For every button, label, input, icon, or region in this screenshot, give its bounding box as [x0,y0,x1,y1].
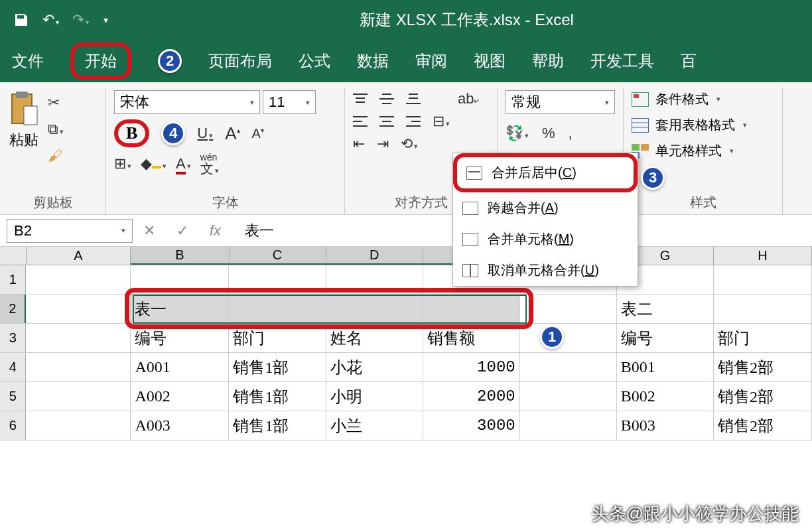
cell-G2[interactable]: 表二 [617,295,714,323]
merge-across-item[interactable]: 跨越合并(A) [453,192,638,224]
merge-center-item[interactable]: 合并后居中(C) [453,153,638,192]
row-5: 5 A002 销售1部 小明 2000 B002 销售2部 [0,382,812,411]
row-6: 6 A003 销售1部 小兰 3000 B003 销售2部 [0,411,812,440]
svg-rect-26 [632,144,640,151]
menu-baidu[interactable]: 百 [681,50,697,72]
undo-icon[interactable]: ↶▾ [42,11,59,29]
format-painter-icon[interactable]: 🖌 [48,147,64,165]
fill-color-icon[interactable]: ◆▾ [141,155,167,172]
copy-icon[interactable]: ⧉▾ [48,121,64,138]
currency-icon[interactable]: 💱▾ [506,125,529,142]
col-header-C[interactable]: C [230,247,326,265]
title-bar: ↶▾ ↷▾ ▾ 新建 XLSX 工作表.xlsx - Excel [0,0,812,40]
merge-dropdown-menu: 合并后居中(C) 跨越合并(A) 合并单元格(M) 取消单元格合并(U) [452,153,638,287]
font-name-select[interactable]: 宋体▾ [114,90,260,114]
increase-font-icon[interactable]: A▴ [225,123,239,144]
font-size-select[interactable]: 11▾ [263,90,316,114]
cond-format-icon [632,92,649,107]
merge-cells-item[interactable]: 合并单元格(M) [453,224,638,255]
phonetic-icon[interactable]: wén文▾ [200,153,219,175]
clipboard-label: 剪贴板 [8,194,98,212]
menu-bar: 文件 开始 2 页面布局 公式 数据 审阅 视图 帮助 开发工具 百 [0,40,812,82]
wrap-text-icon[interactable]: ab↵ [458,90,480,107]
row-header-2[interactable]: 2 [0,295,26,323]
cut-icon[interactable]: ✂ [48,94,64,111]
row-header-1[interactable]: 1 [0,265,26,294]
cancel-icon[interactable]: ✕ [143,222,155,239]
column-headers: A B C D E F G H [0,247,812,265]
menu-layout[interactable]: 页面布局 [208,50,272,72]
qat-dropdown[interactable]: ▾ [103,15,108,25]
enter-icon[interactable]: ✓ [176,222,188,239]
menu-file[interactable]: 文件 [12,50,44,72]
formula-content[interactable]: 表一 [245,221,274,241]
row-header-5[interactable]: 5 [0,382,26,411]
clipboard-group: 粘贴 ✂ ⧉▾ 🖌 剪贴板 [0,88,106,214]
ribbon: 粘贴 ✂ ⧉▾ 🖌 剪贴板 宋体▾ 11▾ B 4 U▾ A▴ A▾ [0,82,812,215]
menu-help[interactable]: 帮助 [532,50,564,72]
redo-icon[interactable]: ↷▾ [72,11,89,29]
unmerge-icon [462,264,478,277]
border-icon[interactable]: ⊞▾ [114,155,131,172]
row-2: 2 表一 表二 [0,295,812,324]
row-3: 3 编号 部门 姓名 销售额 编号 部门 [0,324,812,353]
underline-button[interactable]: U▾ [197,125,213,142]
align-bottom-icon[interactable] [406,93,421,105]
spreadsheet-grid[interactable]: A B C D E F G H 1 2 表一 表二 3 编号 部门 姓名 销售额… [0,247,812,440]
merge-cells-icon [462,233,478,246]
watermark: 头条@跟小小筱学办公技能 [592,502,799,525]
fx-icon[interactable]: fx [210,222,221,239]
row-1: 1 [0,265,812,295]
conditional-format-button[interactable]: 条件格式▾ [632,90,774,108]
col-header-A[interactable]: A [27,247,131,265]
font-group: 宋体▾ 11▾ B 4 U▾ A▴ A▾ ⊞▾ ◆▾ A▾ wén文▾ 字体 [106,88,345,214]
bold-button[interactable]: B [114,119,149,147]
row-header-3[interactable]: 3 [0,324,26,352]
align-middle-icon[interactable] [379,93,394,105]
font-label: 字体 [114,194,336,212]
row-4: 4 A001 销售1部 小花 1000 B001 销售2部 [0,353,812,382]
align-center-icon[interactable] [379,115,394,127]
decrease-font-icon[interactable]: A▾ [252,126,264,141]
row-header-6[interactable]: 6 [0,411,26,440]
align-top-icon[interactable] [353,93,368,105]
styles-group: 条件格式▾ 套用表格格式▾ 单元格样式▾ 样式 [624,88,783,214]
menu-view[interactable]: 视图 [474,50,506,72]
comma-icon[interactable]: , [569,125,573,142]
merge-center-icon [466,166,482,180]
menu-data[interactable]: 数据 [357,50,389,72]
save-icon[interactable] [13,12,29,28]
font-color-icon[interactable]: A▾ [176,155,191,172]
col-header-D[interactable]: D [326,247,423,265]
paste-label: 粘贴 [9,130,38,150]
svg-rect-2 [24,106,37,125]
annotation-badge-3: 3 [641,166,665,190]
menu-review[interactable]: 审阅 [415,50,447,72]
svg-rect-22 [634,94,639,98]
unmerge-item[interactable]: 取消单元格合并(U) [453,255,638,286]
orientation-icon[interactable]: ⟲▾ [401,135,418,153]
table-format-button[interactable]: 套用表格格式▾ [632,116,774,134]
merge-dropdown[interactable]: ⊟▾ [433,113,450,130]
percent-icon[interactable]: % [542,125,555,142]
cell-B2[interactable]: 表一 [131,295,229,323]
menu-dev[interactable]: 开发工具 [590,50,654,72]
name-box[interactable]: B2▾ [7,219,133,243]
align-left-icon[interactable] [353,115,368,127]
menu-home[interactable]: 开始 [70,42,131,80]
increase-indent-icon[interactable]: ⇥ [377,135,389,153]
number-format-select[interactable]: 常规▾ [506,90,615,114]
col-header-H[interactable]: H [714,247,812,265]
svg-rect-27 [641,144,649,151]
cell-style-button[interactable]: 单元格样式▾ [632,142,774,160]
svg-rect-1 [16,92,28,98]
align-right-icon[interactable] [406,115,421,127]
col-header-B[interactable]: B [131,247,229,265]
paste-button[interactable]: 粘贴 [8,90,40,183]
decrease-indent-icon[interactable]: ⇤ [353,135,365,153]
menu-formula[interactable]: 公式 [299,50,330,72]
paste-icon [8,90,40,127]
table-format-icon [632,118,649,133]
select-all-corner[interactable] [0,247,27,265]
row-header-4[interactable]: 4 [0,353,26,381]
